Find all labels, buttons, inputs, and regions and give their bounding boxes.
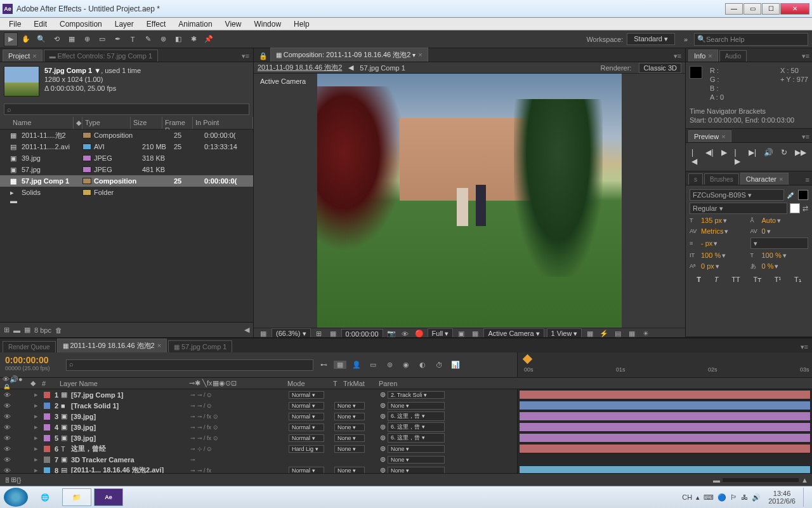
vscale[interactable]: 100 % — [701, 251, 721, 260]
show-snapshot-icon[interactable]: 👁 — [400, 330, 411, 338]
time-ruler[interactable]: 00s 01s 02s 03s — [517, 352, 812, 377]
tab-project[interactable]: Project× — [3, 50, 43, 62]
toggle-modes-icon[interactable]: ⊞ — [11, 476, 16, 484]
project-item[interactable]: ▣39.jpgJPEG318 KB — [0, 152, 253, 164]
hscale[interactable]: 100 % — [762, 251, 782, 260]
project-item[interactable]: ▸ ▬SolidsFolder — [0, 187, 253, 198]
start-button[interactable] — [4, 488, 28, 507]
pan-behind-tool[interactable]: ⊕ — [80, 32, 94, 46]
tsume[interactable]: 0 % — [762, 262, 774, 271]
tab-info[interactable]: Info× — [688, 50, 718, 62]
camera-tool[interactable]: ▦ — [65, 32, 79, 46]
project-item[interactable]: ▦2011-11....泡2Composition250:00:00:0( — [0, 130, 253, 141]
new-folder-icon[interactable]: ▬ — [13, 326, 20, 334]
tab-composition[interactable]: ▦ Composition: 2011-11-09 18.16.46 泡泡2 ▾… — [270, 48, 428, 62]
toggle-in-out-icon[interactable]: {} — [16, 476, 21, 484]
rotate-tool[interactable]: ⟲ — [49, 32, 63, 46]
timeline-layer-row[interactable]: 👁▸7▣3D Tracker Camera⊸ ⊚ None ▾ — [0, 454, 517, 465]
eraser-tool[interactable]: ◧ — [171, 32, 185, 46]
close-button[interactable]: ✕ — [780, 3, 809, 15]
last-frame-button[interactable]: ▶| — [747, 147, 758, 167]
zoom-out-icon[interactable]: ▬ — [713, 476, 720, 484]
shy-icon[interactable]: 👤 — [350, 361, 363, 369]
smallcaps-button[interactable]: Tᴛ — [753, 275, 761, 284]
bpc-toggle[interactable]: 8 bpc — [34, 326, 51, 334]
prev-frame-button[interactable]: ◀| — [704, 147, 715, 167]
breadcrumb-1[interactable]: 2011-11-09 18.16.46 泡泡2 — [254, 62, 346, 73]
taskbar-ae[interactable]: Ae — [94, 488, 123, 506]
stroke-color[interactable] — [790, 203, 800, 213]
eyedropper-icon[interactable]: 💉 — [787, 190, 796, 199]
delete-icon[interactable]: 🗑 — [55, 326, 62, 334]
tab-character[interactable]: Character× — [740, 173, 789, 185]
tab-audio[interactable]: Audio — [719, 50, 747, 62]
taskbar-clock[interactable]: 13:46 2012/6/6 — [764, 490, 799, 505]
timeline-layer-row[interactable]: 👁▸6T这里，曾经⊸ ⊹ / ⊙Hard Lig ▾None ▾⊚ None ▾ — [0, 443, 517, 454]
motion-blur-icon[interactable]: ⊚ — [383, 361, 396, 369]
layer-bar[interactable] — [519, 422, 811, 432]
selection-tool[interactable]: ▶ — [4, 32, 18, 46]
menu-composition[interactable]: Composition — [53, 18, 108, 30]
next-frame-button[interactable]: |▶ — [733, 147, 743, 167]
timeline-layer-row[interactable]: 👁▸8▤[2011-1... 18.16.46 泡泡2.avi]⊸ ⊸ / fx… — [0, 465, 517, 473]
menu-edit[interactable]: Edit — [27, 18, 53, 30]
graph-icon[interactable]: 📊 — [449, 361, 462, 369]
zoom-slider[interactable] — [723, 478, 799, 482]
timeline-layers[interactable]: 👁▸1▦[57.jpg Comp 1]⊸ ⊸ / ⊙Normal ▾⊚ 2. T… — [0, 389, 517, 473]
project-search-input[interactable]: ⌕ — [4, 104, 249, 115]
timeline-layer-row[interactable]: 👁▸5▣[39.jpg]⊸ ⊸ / fx ⊙Normal ▾None ▾⊚ 6.… — [0, 432, 517, 443]
taskbar-explorer[interactable]: 📁 — [62, 488, 91, 506]
layer-bar[interactable] — [519, 401, 811, 410]
current-time-indicator[interactable] — [523, 354, 533, 364]
ram-preview-button[interactable]: ▶▶ — [793, 147, 808, 167]
tray-flag-icon[interactable]: 🏳 — [730, 493, 737, 501]
layer-bar[interactable] — [519, 390, 811, 399]
timeline-tracks[interactable] — [517, 389, 812, 473]
menu-view[interactable]: View — [219, 18, 248, 30]
kerning[interactable]: Metrics — [701, 227, 723, 236]
brainstorm-icon[interactable]: ◉ — [400, 361, 412, 369]
first-frame-button[interactable]: |◀ — [690, 147, 700, 167]
draft3d-icon[interactable]: ▦ — [334, 361, 346, 369]
layer-bar[interactable] — [519, 465, 811, 473]
play-button[interactable]: ▶ — [719, 147, 729, 167]
minimize-button[interactable]: — — [725, 3, 743, 15]
taskbar-ie[interactable]: 🌐 — [30, 488, 60, 506]
font-family-dropdown[interactable]: FZCuSong-B09S ▾ — [690, 189, 784, 201]
menu-effect[interactable]: Effect — [140, 18, 172, 30]
toggle-switches-icon[interactable]: 🎚 — [4, 476, 11, 484]
show-desktop-button[interactable] — [803, 488, 808, 507]
composition-viewer[interactable]: Active Camera — [254, 74, 685, 328]
clone-tool[interactable]: ⊗ — [156, 32, 170, 46]
leading[interactable]: Auto — [762, 216, 776, 225]
workspace-dropdown[interactable]: Standard ▾ — [627, 33, 675, 45]
workspace-menu-icon[interactable]: » — [679, 32, 693, 46]
timeline-layer-row[interactable]: 👁▸4▣[39.jpg]⊸ ⊸ / fx ⊙Normal ▾None ▾⊚ 6.… — [0, 422, 517, 432]
layer-bar[interactable] — [519, 455, 811, 464]
timeline-layer-row[interactable]: 👁▸3▣[39.jpg]⊸ ⊸ / fx ⊙Normal ▾None ▾⊚ 6.… — [0, 411, 517, 422]
zoom-tool[interactable]: 🔍 — [34, 32, 48, 46]
menu-layer[interactable]: Layer — [108, 18, 140, 30]
menu-help[interactable]: Help — [287, 18, 316, 30]
tab-brushes[interactable]: Brushes — [704, 173, 739, 185]
menu-animation[interactable]: Animation — [172, 18, 218, 30]
loop-button[interactable]: ↻ — [779, 147, 789, 167]
stroke-style-dropdown[interactable]: ▾ — [750, 237, 809, 249]
menu-window[interactable]: Window — [247, 18, 287, 30]
tab-effect-controls[interactable]: ▬ Effect Controls: 57.jpg Comp 1 — [44, 50, 158, 62]
project-list[interactable]: ▦2011-11....泡2Composition250:00:00:0(▤20… — [0, 130, 253, 322]
tab-timeline-2[interactable]: ▦ 57.jpg Comp 1 — [168, 340, 232, 352]
timeline-layer-row[interactable]: 👁▸1▦[57.jpg Comp 1]⊸ ⊸ / ⊙Normal ▾⊚ 2. T… — [0, 389, 517, 400]
hand-tool[interactable]: ✋ — [19, 32, 33, 46]
italic-button[interactable]: T — [714, 275, 719, 284]
fill-color[interactable] — [798, 190, 808, 200]
auto-keyframe-icon[interactable]: ◐ — [416, 361, 429, 369]
tab-render-queue[interactable]: Render Queue — [3, 341, 56, 352]
restore-button[interactable]: ▭ — [743, 3, 761, 15]
tray-keyboard-icon[interactable]: ⌨ — [704, 493, 714, 502]
tab-timeline-1[interactable]: ▦ 2011-11-09 18.16.46 泡泡2× — [57, 338, 167, 352]
text-tool[interactable]: T — [126, 32, 140, 46]
swap-colors-icon[interactable]: ⇄ — [802, 204, 808, 213]
tray-network-icon[interactable]: 🖧 — [741, 493, 748, 501]
timeline-layer-row[interactable]: 👁▸2■[Track Solid 1]⊸ ⊸ / ⊙Normal ▾None ▾… — [0, 400, 517, 411]
